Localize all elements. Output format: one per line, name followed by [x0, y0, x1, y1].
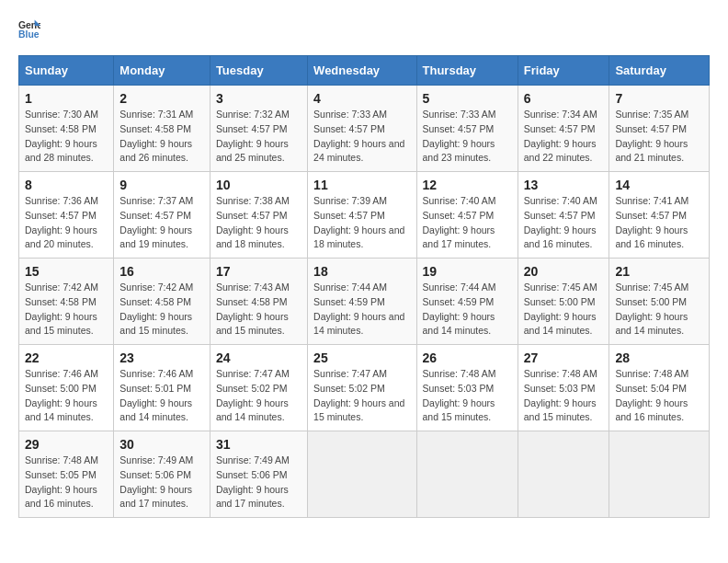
logo-icon: General Blue	[18, 18, 40, 40]
calendar-cell: 1 Sunrise: 7:30 AMSunset: 4:58 PMDayligh…	[19, 86, 114, 172]
header-row: SundayMondayTuesdayWednesdayThursdayFrid…	[19, 56, 710, 86]
day-info: Sunrise: 7:48 AMSunset: 5:03 PMDaylight:…	[524, 368, 597, 422]
calendar-cell: 12 Sunrise: 7:40 AMSunset: 4:57 PMDaylig…	[416, 172, 518, 259]
day-info: Sunrise: 7:33 AMSunset: 4:57 PMDaylight:…	[313, 109, 404, 163]
calendar-cell: 8 Sunrise: 7:36 AMSunset: 4:57 PMDayligh…	[19, 172, 114, 259]
day-number: 1	[25, 91, 108, 106]
calendar-table: SundayMondayTuesdayWednesdayThursdayFrid…	[18, 55, 710, 518]
calendar-cell: 26 Sunrise: 7:48 AMSunset: 5:03 PMDaylig…	[416, 345, 518, 431]
week-row-4: 22 Sunrise: 7:46 AMSunset: 5:00 PMDaylig…	[19, 345, 710, 431]
day-info: Sunrise: 7:48 AMSunset: 5:04 PMDaylight:…	[615, 368, 688, 422]
day-number: 3	[216, 91, 301, 106]
day-number: 12	[423, 178, 512, 192]
calendar-cell: 31 Sunrise: 7:49 AMSunset: 5:06 PMDaylig…	[210, 431, 307, 518]
day-number: 23	[119, 350, 204, 365]
day-info: Sunrise: 7:49 AMSunset: 5:06 PMDaylight:…	[119, 454, 193, 509]
day-info: Sunrise: 7:45 AMSunset: 5:00 PMDaylight:…	[524, 282, 597, 336]
day-info: Sunrise: 7:43 AMSunset: 4:58 PMDaylight:…	[216, 282, 290, 336]
day-info: Sunrise: 7:47 AMSunset: 5:02 PMDaylight:…	[313, 368, 404, 422]
calendar-cell: 4 Sunrise: 7:33 AMSunset: 4:57 PMDayligh…	[308, 86, 416, 172]
header-sunday: Sunday	[19, 56, 114, 86]
day-number: 15	[25, 264, 108, 279]
day-number: 6	[524, 91, 604, 106]
svg-text:Blue: Blue	[18, 29, 40, 40]
header-tuesday: Tuesday	[210, 56, 307, 86]
day-number: 14	[615, 178, 703, 192]
day-number: 11	[313, 178, 410, 192]
day-number: 18	[313, 264, 410, 279]
day-info: Sunrise: 7:37 AMSunset: 4:57 PMDaylight:…	[119, 195, 193, 249]
calendar-cell: 16 Sunrise: 7:42 AMSunset: 4:58 PMDaylig…	[114, 259, 210, 345]
calendar-cell: 15 Sunrise: 7:42 AMSunset: 4:58 PMDaylig…	[19, 259, 114, 345]
day-info: Sunrise: 7:42 AMSunset: 4:58 PMDaylight:…	[119, 282, 193, 336]
calendar-cell: 21 Sunrise: 7:45 AMSunset: 5:00 PMDaylig…	[609, 259, 710, 345]
day-number: 13	[524, 178, 604, 192]
header-friday: Friday	[518, 56, 609, 86]
calendar-cell: 23 Sunrise: 7:46 AMSunset: 5:01 PMDaylig…	[114, 345, 210, 431]
day-number: 8	[25, 178, 108, 192]
calendar-cell	[416, 431, 518, 518]
day-info: Sunrise: 7:40 AMSunset: 4:57 PMDaylight:…	[423, 195, 496, 249]
day-info: Sunrise: 7:46 AMSunset: 5:01 PMDaylight:…	[119, 368, 193, 422]
calendar-cell: 7 Sunrise: 7:35 AMSunset: 4:57 PMDayligh…	[609, 86, 710, 172]
day-info: Sunrise: 7:36 AMSunset: 4:57 PMDaylight:…	[25, 195, 98, 249]
day-number: 5	[423, 91, 512, 106]
calendar-cell: 25 Sunrise: 7:47 AMSunset: 5:02 PMDaylig…	[308, 345, 416, 431]
day-info: Sunrise: 7:48 AMSunset: 5:03 PMDaylight:…	[423, 368, 496, 422]
calendar-cell: 29 Sunrise: 7:48 AMSunset: 5:05 PMDaylig…	[19, 431, 114, 518]
calendar-cell: 13 Sunrise: 7:40 AMSunset: 4:57 PMDaylig…	[518, 172, 609, 259]
calendar-cell: 11 Sunrise: 7:39 AMSunset: 4:57 PMDaylig…	[308, 172, 416, 259]
calendar-cell: 2 Sunrise: 7:31 AMSunset: 4:58 PMDayligh…	[114, 86, 210, 172]
day-number: 7	[615, 91, 703, 106]
day-info: Sunrise: 7:49 AMSunset: 5:06 PMDaylight:…	[216, 454, 290, 509]
calendar-cell	[308, 431, 416, 518]
logo: General Blue	[18, 18, 44, 40]
day-info: Sunrise: 7:48 AMSunset: 5:05 PMDaylight:…	[25, 454, 98, 509]
day-info: Sunrise: 7:47 AMSunset: 5:02 PMDaylight:…	[216, 368, 290, 422]
calendar-header: SundayMondayTuesdayWednesdayThursdayFrid…	[19, 56, 710, 86]
calendar-cell: 6 Sunrise: 7:34 AMSunset: 4:57 PMDayligh…	[518, 86, 609, 172]
day-info: Sunrise: 7:40 AMSunset: 4:57 PMDaylight:…	[524, 195, 597, 249]
day-number: 24	[216, 350, 301, 365]
header-wednesday: Wednesday	[308, 56, 416, 86]
day-info: Sunrise: 7:38 AMSunset: 4:57 PMDaylight:…	[216, 195, 290, 249]
week-row-1: 1 Sunrise: 7:30 AMSunset: 4:58 PMDayligh…	[19, 86, 710, 172]
day-info: Sunrise: 7:32 AMSunset: 4:57 PMDaylight:…	[216, 109, 290, 163]
day-number: 30	[119, 437, 204, 452]
day-info: Sunrise: 7:31 AMSunset: 4:58 PMDaylight:…	[119, 109, 193, 163]
day-number: 4	[313, 91, 410, 106]
day-info: Sunrise: 7:44 AMSunset: 4:59 PMDaylight:…	[313, 282, 404, 336]
calendar-cell: 10 Sunrise: 7:38 AMSunset: 4:57 PMDaylig…	[210, 172, 307, 259]
day-number: 29	[25, 437, 108, 452]
calendar-cell: 17 Sunrise: 7:43 AMSunset: 4:58 PMDaylig…	[210, 259, 307, 345]
week-row-2: 8 Sunrise: 7:36 AMSunset: 4:57 PMDayligh…	[19, 172, 710, 259]
day-number: 27	[524, 350, 604, 365]
calendar-cell	[609, 431, 710, 518]
header-monday: Monday	[114, 56, 210, 86]
day-number: 9	[119, 178, 204, 192]
day-number: 19	[423, 264, 512, 279]
day-number: 16	[119, 264, 204, 279]
calendar-cell: 18 Sunrise: 7:44 AMSunset: 4:59 PMDaylig…	[308, 259, 416, 345]
day-number: 20	[524, 264, 604, 279]
calendar-cell: 24 Sunrise: 7:47 AMSunset: 5:02 PMDaylig…	[210, 345, 307, 431]
header-saturday: Saturday	[609, 56, 710, 86]
day-info: Sunrise: 7:34 AMSunset: 4:57 PMDaylight:…	[524, 109, 597, 163]
calendar-cell: 14 Sunrise: 7:41 AMSunset: 4:57 PMDaylig…	[609, 172, 710, 259]
day-number: 21	[615, 264, 703, 279]
header: General Blue	[18, 18, 710, 40]
day-info: Sunrise: 7:39 AMSunset: 4:57 PMDaylight:…	[313, 195, 404, 249]
calendar-cell: 19 Sunrise: 7:44 AMSunset: 4:59 PMDaylig…	[416, 259, 518, 345]
day-info: Sunrise: 7:35 AMSunset: 4:57 PMDaylight:…	[615, 109, 688, 163]
calendar-cell: 30 Sunrise: 7:49 AMSunset: 5:06 PMDaylig…	[114, 431, 210, 518]
calendar-cell: 27 Sunrise: 7:48 AMSunset: 5:03 PMDaylig…	[518, 345, 609, 431]
day-number: 25	[313, 350, 410, 365]
day-info: Sunrise: 7:30 AMSunset: 4:58 PMDaylight:…	[25, 109, 98, 163]
day-number: 17	[216, 264, 301, 279]
header-thursday: Thursday	[416, 56, 518, 86]
day-number: 2	[119, 91, 204, 106]
calendar-cell: 22 Sunrise: 7:46 AMSunset: 5:00 PMDaylig…	[19, 345, 114, 431]
day-number: 10	[216, 178, 301, 192]
calendar-cell	[518, 431, 609, 518]
day-info: Sunrise: 7:42 AMSunset: 4:58 PMDaylight:…	[25, 282, 98, 336]
